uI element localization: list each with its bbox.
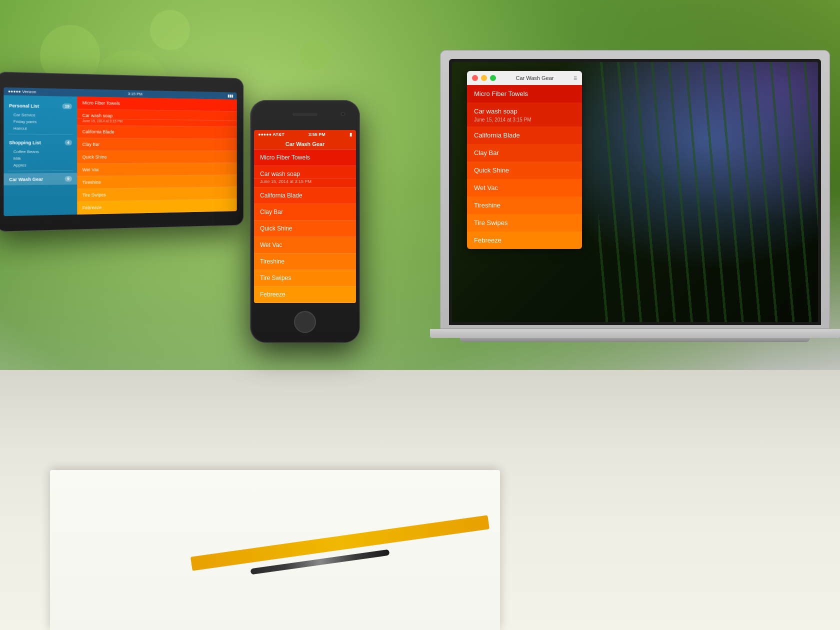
iphone-carrier: ●●●●● AT&T	[258, 132, 284, 137]
ipad-item-4[interactable]: Clay Bar	[77, 138, 236, 152]
mac-item-2-subtitle: June 15, 2014 at 3:15 PM	[467, 117, 582, 126]
iphone-item-9[interactable]: Febreeze	[254, 286, 356, 303]
macbook-bottom	[460, 338, 810, 342]
iphone-status-bar: ●●●●● AT&T 3:55 PM ▮	[254, 130, 356, 139]
iphone-item-3[interactable]: California Blade	[254, 188, 356, 204]
ipad-cat-item-friday[interactable]: Friday pants	[4, 118, 77, 126]
macbook-screen-bezel: Car Wash Gear ≡ Micro Fiber Towels Car w…	[449, 59, 821, 325]
ipad-content: Personal List 19 Car Service Friday pant…	[4, 95, 236, 216]
iphone-body: ●●●●● AT&T 3:55 PM ▮ Car Wash Gear Micro…	[250, 100, 360, 343]
mac-titlebar: Car Wash Gear ≡	[467, 71, 582, 85]
mac-item-9[interactable]: Febreeze	[467, 232, 582, 249]
ipad-category-carwash[interactable]: Car Wash Gear 9	[4, 173, 77, 186]
iphone-item-2[interactable]: Car wash soap	[254, 166, 356, 179]
mac-item-4[interactable]: Clay Bar	[467, 144, 582, 162]
iphone-item-4[interactable]: Clay Bar	[254, 204, 356, 220]
ipad-right-panel: Micro Fiber Towels Car wash soap June 15…	[77, 96, 236, 214]
ipad-time: 3:15 PM	[128, 92, 142, 96]
ipad-carrier: ●●●●● Verizon	[8, 89, 36, 94]
mac-item-3[interactable]: California Blade	[467, 126, 582, 144]
iphone-nav-bar: Car Wash Gear	[254, 139, 356, 150]
iphone-screen: ●●●●● AT&T 3:55 PM ▮ Car Wash Gear Micro…	[254, 130, 356, 303]
ipad-body: ●●●●● Verizon 3:15 PM ▮▮▮ Personal List …	[0, 72, 244, 232]
ipad-category-personal[interactable]: Personal List 19	[4, 100, 77, 112]
iphone-time: 3:55 PM	[308, 132, 326, 137]
iphone-item-2-subtitle: June 15, 2014 at 3:15 PM	[254, 179, 356, 188]
mac-item-5[interactable]: Quick Shine	[467, 162, 582, 179]
iphone-item-5[interactable]: Quick Shine	[254, 220, 356, 237]
ipad-separator-2	[8, 170, 73, 172]
ipad-separator-1	[8, 134, 73, 135]
ipad-left-panel: Personal List 19 Car Service Friday pant…	[4, 95, 77, 216]
macbook: Car Wash Gear ≡ Micro Fiber Towels Car w…	[430, 50, 840, 342]
mac-minimize-button[interactable]	[481, 75, 487, 81]
macbook-screen-outer: Car Wash Gear ≡ Micro Fiber Towels Car w…	[440, 50, 830, 329]
mac-item-1[interactable]: Micro Fiber Towels	[467, 85, 582, 102]
iphone: ●●●●● AT&T 3:55 PM ▮ Car Wash Gear Micro…	[250, 100, 360, 343]
iphone-item-6[interactable]: Wet Vac	[254, 237, 356, 254]
mac-maximize-button[interactable]	[490, 75, 496, 81]
ipad-item-3[interactable]: California Blade	[77, 126, 236, 139]
mac-close-button[interactable]	[472, 75, 478, 81]
ipad-category-shopping[interactable]: Shopping List 4	[4, 136, 77, 148]
ipad-item-5[interactable]: Quick Shine	[77, 151, 236, 164]
mac-item-6[interactable]: Wet Vac	[467, 179, 582, 196]
mac-item-8[interactable]: Tire Swipes	[467, 214, 582, 232]
macbook-app-window: Car Wash Gear ≡ Micro Fiber Towels Car w…	[467, 71, 582, 249]
iphone-item-1[interactable]: Micro Fiber Towels	[254, 150, 356, 166]
ipad: ●●●●● Verizon 3:15 PM ▮▮▮ Personal List …	[0, 72, 244, 232]
mac-item-2[interactable]: Car wash soap	[467, 102, 582, 117]
iphone-home-button[interactable]	[294, 311, 316, 333]
bokeh-4	[300, 40, 330, 70]
ipad-cat-item-haircut[interactable]: Haircut	[4, 125, 77, 132]
iphone-item-7[interactable]: Tireshine	[254, 254, 356, 270]
macbook-display: Car Wash Gear ≡ Micro Fiber Towels Car w…	[452, 62, 818, 322]
mac-window-title: Car Wash Gear	[499, 75, 570, 81]
macbook-base	[430, 329, 840, 338]
ipad-cat-item-coffee[interactable]: Coffee Beans	[4, 148, 77, 156]
iphone-battery-icon: ▮	[350, 132, 352, 137]
iphone-title: Car Wash Gear	[286, 141, 324, 147]
ipad-cat-item-milk[interactable]: Milk	[4, 155, 77, 162]
mac-menu-icon[interactable]: ≡	[574, 74, 577, 82]
ipad-item-6[interactable]: Wet Vac	[77, 163, 236, 176]
bokeh-2	[150, 10, 190, 50]
iphone-camera-icon	[341, 112, 345, 116]
ipad-screen: ●●●●● Verizon 3:15 PM ▮▮▮ Personal List …	[4, 88, 236, 216]
ipad-battery: ▮▮▮	[228, 94, 233, 98]
macbook-grass	[598, 62, 818, 322]
iphone-item-8[interactable]: Tire Swipes	[254, 270, 356, 286]
ipad-item-9[interactable]: Febreeze	[77, 199, 236, 214]
mac-item-7[interactable]: Tireshine	[467, 196, 582, 214]
ipad-cat-item-apples[interactable]: Apples	[4, 162, 77, 168]
iphone-speaker	[292, 113, 318, 116]
